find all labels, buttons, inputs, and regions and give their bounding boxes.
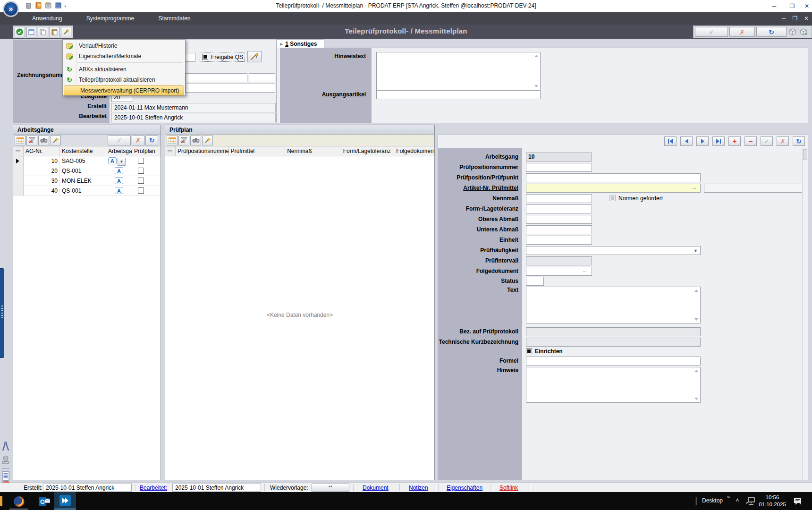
safe-icon[interactable]: [44, 1, 52, 11]
einheit-field[interactable]: [526, 236, 592, 245]
filter-remove-icon[interactable]: [178, 136, 189, 145]
scrollbar-thumb[interactable]: [803, 149, 807, 160]
ag-row-3[interactable]: 30 MON-ELEK A: [13, 176, 161, 186]
commit-record-button[interactable]: ✓: [761, 136, 773, 146]
menu-teilepruefprotokoll-aktualisieren[interactable]: ↻ Teileprüfprotokoll aktualisieren: [63, 75, 185, 85]
text-attribute-icon[interactable]: A: [115, 177, 123, 184]
outlook-icon[interactable]: O: [39, 496, 50, 507]
oberes-abmass-field[interactable]: [526, 215, 592, 224]
text-attribute-icon[interactable]: A: [115, 167, 123, 174]
pruefhaeufigkeit-combo[interactable]: [526, 246, 701, 255]
toolbar-grip[interactable]: [695, 497, 697, 505]
refresh-record-button[interactable]: ↻: [793, 136, 805, 146]
delete-record-button[interactable]: −: [744, 136, 757, 146]
col-ag-nr[interactable]: AG-Nr.: [24, 146, 60, 156]
prev-record-button[interactable]: [680, 136, 693, 146]
pruefplan-checkbox[interactable]: [138, 158, 144, 164]
status-dokument-link[interactable]: Dokument: [363, 484, 389, 491]
wiedervorlage-button[interactable]: **: [312, 484, 349, 492]
next-record-button[interactable]: [696, 136, 709, 146]
database-icon[interactable]: [54, 1, 62, 11]
hinweistext-textarea[interactable]: [376, 52, 541, 90]
firefox-icon[interactable]: [13, 496, 25, 507]
cancel-button[interactable]: ✗: [729, 27, 755, 37]
header-field-row2b[interactable]: [249, 73, 275, 82]
mdi-close-button[interactable]: ✕: [801, 12, 812, 25]
grid-columns-icon[interactable]: [15, 136, 25, 145]
menu-messwertverwaltung[interactable]: Messwertverwaltung (CERPRO Import): [64, 85, 184, 95]
desktop-toolbar-label[interactable]: Desktop: [702, 497, 723, 504]
window-close-button[interactable]: ✕: [802, 0, 812, 12]
pruefplan-checkbox[interactable]: [138, 178, 144, 184]
scroll-up-icon[interactable]: [694, 370, 698, 372]
einrichten-checkbox[interactable]: [526, 348, 532, 354]
text-textarea[interactable]: [526, 287, 701, 323]
last-record-button[interactable]: [712, 136, 725, 146]
menu-abks-aktualisieren[interactable]: ↻ ABKs aktualisieren: [63, 64, 185, 75]
ag-row-2[interactable]: 20 QS-001 A: [13, 166, 161, 176]
menu-stammdaten[interactable]: Stammdaten: [153, 12, 195, 25]
ausgangsartikel-label[interactable]: Ausgangsartikel: [276, 91, 366, 98]
folgedokument-browse-icon[interactable]: ...: [583, 267, 587, 273]
binoculars-icon[interactable]: [190, 136, 201, 145]
scroll-down-icon[interactable]: [694, 318, 698, 321]
col-pruefmittel[interactable]: Prüfmittel: [229, 146, 286, 156]
ag-row-4[interactable]: 40 QS-001 A: [13, 186, 161, 196]
window-restore-button[interactable]: ❐: [784, 0, 801, 12]
docked-panel-tab[interactable]: [0, 268, 4, 358]
form-lagetoleranz-field[interactable]: [526, 204, 592, 213]
grid-columns-icon[interactable]: [167, 136, 178, 145]
add-record-button[interactable]: +: [728, 136, 741, 146]
status-notizen-link[interactable]: Notizen: [409, 484, 428, 491]
ag-refresh-button[interactable]: ↻: [145, 136, 158, 145]
text-attribute-icon[interactable]: A: [108, 157, 117, 164]
artikel-nr-pruefmittel-label[interactable]: Artikel-Nr. Prüfmittel: [438, 185, 518, 191]
combo-caret-icon[interactable]: ▼: [694, 248, 698, 253]
window-minimize-button[interactable]: ─: [766, 0, 783, 12]
header-field-row2a[interactable]: [186, 73, 247, 82]
mdi-minimize-button[interactable]: ─: [778, 12, 789, 25]
row-dropdown-icon[interactable]: ▼: [118, 158, 126, 166]
scroll-up-icon[interactable]: [694, 289, 698, 292]
artikel-nr-pruefmittel-field[interactable]: [526, 184, 701, 193]
scroll-down-icon[interactable]: [694, 398, 698, 400]
pruefplan-checkbox[interactable]: [138, 168, 144, 174]
pruefpositionsnummer-field[interactable]: [526, 163, 592, 172]
network-icon[interactable]: [746, 496, 755, 507]
package-export-icon[interactable]: [799, 27, 808, 37]
col-form-lagetoleranz[interactable]: Form/Lagetoleranz: [341, 146, 395, 156]
new-window-icon[interactable]: [26, 27, 37, 37]
status-softlink-link[interactable]: Softlink: [499, 484, 518, 491]
status-bearbeitet-link[interactable]: Bearbeitet:: [140, 484, 167, 491]
desktop-expand-chevron[interactable]: »: [727, 494, 730, 500]
hinweis-textarea[interactable]: [526, 367, 701, 403]
nennmass-field[interactable]: [526, 194, 592, 203]
package-icon[interactable]: [788, 27, 797, 37]
confirm-icon[interactable]: [15, 27, 25, 37]
normen-gefordert-checkbox[interactable]: [609, 195, 616, 201]
prodat-taskbar-tile[interactable]: [54, 492, 76, 509]
mdi-restore-button[interactable]: ❐: [789, 12, 801, 25]
clear-broom-button[interactable]: [247, 51, 262, 62]
addressbook-icon[interactable]: [34, 1, 42, 11]
unteres-abmass-field[interactable]: [526, 225, 592, 234]
col-kostenstelle[interactable]: Kostenstelle: [60, 146, 106, 156]
clipped-taskbar-icon[interactable]: [0, 496, 2, 506]
menu-eigenschaften-merkmale[interactable]: Eigenschaften/Merkmale: [63, 51, 185, 61]
discard-record-button[interactable]: ✗: [777, 136, 789, 146]
artikel-browse-icon[interactable]: ...: [692, 184, 696, 190]
detail-scrollbar[interactable]: [802, 148, 808, 480]
ag-row-1[interactable]: 10 SAG-005 A▼: [13, 156, 161, 166]
ag-cancel-button[interactable]: ✗: [132, 136, 144, 145]
folgedokument-field[interactable]: [526, 267, 592, 276]
copy-icon[interactable]: [38, 27, 48, 37]
qat-dropdown-icon[interactable]: ▾: [64, 4, 66, 8]
ausgangsartikel-field[interactable]: [376, 90, 541, 99]
pruefposition-field[interactable]: [526, 173, 701, 182]
col-pruefplan[interactable]: Prüfplan: [132, 146, 161, 156]
ok-button[interactable]: ✓: [695, 27, 728, 37]
action-center-icon[interactable]: [793, 497, 802, 507]
tray-clock[interactable]: 10:56 01.10.2025: [757, 494, 787, 508]
scroll-down-icon[interactable]: [534, 85, 538, 87]
wizard-icon[interactable]: [202, 136, 213, 145]
